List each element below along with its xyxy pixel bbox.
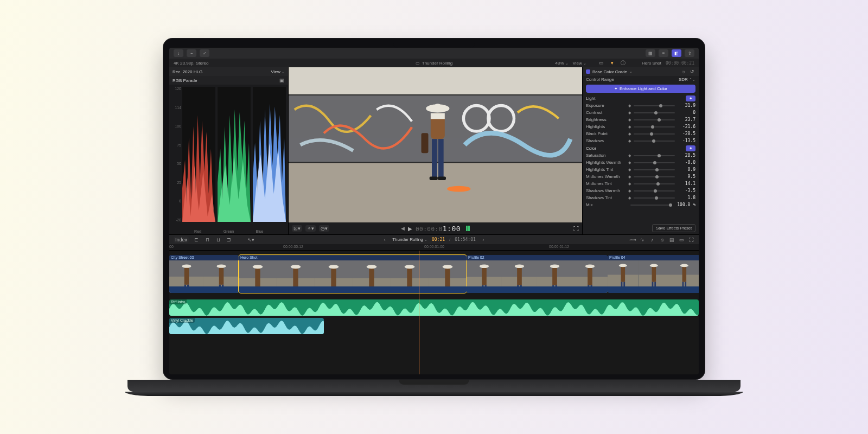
- param-slider[interactable]: [634, 183, 675, 184]
- keyframe-icon[interactable]: ◆: [628, 139, 631, 143]
- timeline-title[interactable]: Thunder Rolling ⌄: [392, 237, 427, 242]
- scopes-settings-icon[interactable]: ▣: [278, 78, 285, 84]
- effect-settings-icon[interactable]: ☼: [680, 69, 687, 75]
- audio-clip[interactable]: Riff Intro: [169, 299, 699, 316]
- keyframe-icon[interactable]: ◆: [628, 175, 631, 179]
- light-auto-icon[interactable]: ✦: [686, 95, 695, 101]
- keyword-icon[interactable]: ⌁: [187, 49, 196, 57]
- keyframe-icon[interactable]: ◆: [628, 168, 631, 172]
- control-range-dropdown[interactable]: SDR ⌃⌄: [679, 77, 695, 82]
- keyframe-icon[interactable]: ◆: [628, 118, 631, 122]
- effect-title[interactable]: Base Color Grade: [592, 69, 627, 74]
- param-shadows[interactable]: Shadows◆-13.5: [583, 137, 699, 144]
- param-slider[interactable]: [634, 141, 675, 142]
- keyframe-icon[interactable]: ◆: [628, 125, 631, 129]
- param-highlights-tint[interactable]: Highlights Tint◆8.9: [583, 166, 699, 173]
- param-slider[interactable]: [634, 155, 675, 156]
- param-saturation[interactable]: Saturation◆20.5: [583, 152, 699, 159]
- timeline-body[interactable]: City Street 03Hero ShotProfile 02Profile…: [169, 251, 699, 374]
- video-inspector-tab-icon[interactable]: ▭: [598, 60, 605, 66]
- view-dropdown[interactable]: View ⌄: [573, 61, 586, 66]
- param-slider[interactable]: [634, 126, 675, 127]
- param-slider[interactable]: [634, 105, 675, 106]
- param-slider[interactable]: [634, 162, 675, 163]
- param-midtones-tint[interactable]: Midtones Tint◆14.1: [583, 180, 699, 187]
- param-shadows-tint[interactable]: Shadows Tint◆1.8: [583, 194, 699, 201]
- scopes-view-dropdown[interactable]: View ⌄: [271, 69, 285, 74]
- video-clip[interactable]: Profile 04: [608, 255, 699, 293]
- arrow-tool-dropdown-icon[interactable]: ↖▾: [247, 237, 254, 242]
- keyframe-icon[interactable]: ◆: [628, 111, 631, 115]
- timeline-fullscreen-icon[interactable]: ⛶: [688, 237, 694, 242]
- param-slider[interactable]: [634, 112, 675, 113]
- info-inspector-tab-icon[interactable]: ⓘ: [620, 60, 627, 66]
- library-view-icon[interactable]: ▦: [646, 49, 655, 57]
- color-auto-icon[interactable]: ✦: [686, 145, 695, 151]
- skimming-icon[interactable]: ⟿: [629, 237, 636, 242]
- param-slider[interactable]: [634, 133, 675, 135]
- param-highlights-warmth[interactable]: Highlights Warmth◆-8.0: [583, 159, 699, 166]
- transform-dropdown-icon[interactable]: ⊡▾: [292, 225, 302, 232]
- param-exposure[interactable]: Exposure◆31.9: [583, 102, 699, 109]
- audio-clip[interactable]: Vinyl Crackle: [169, 318, 324, 334]
- mix-slider[interactable]: [630, 205, 671, 206]
- import-icon[interactable]: ↓: [174, 49, 183, 57]
- video-scopes-panel: Rec. 2020 HLG View ⌄ RGB Parade ▣ 120114…: [169, 67, 289, 234]
- keyframe-icon[interactable]: ◆: [628, 161, 631, 165]
- inspector-view-icon[interactable]: ◧: [672, 49, 681, 57]
- timeline-view-icon[interactable]: ≡: [659, 49, 668, 57]
- video-clip[interactable]: Profile 02: [467, 255, 608, 293]
- clip-appearance-icon[interactable]: ▭: [678, 237, 685, 242]
- snapping-icon[interactable]: ⎋: [659, 237, 665, 242]
- color-inspector-tab-icon[interactable]: ▾: [609, 60, 616, 66]
- timeline-ruler[interactable]: 0000:00:00:1200:00:01:0000:00:01:12: [169, 244, 699, 251]
- param-slider[interactable]: [634, 176, 675, 177]
- keyframe-icon[interactable]: ◆: [628, 154, 631, 158]
- play-back-icon[interactable]: ◀: [401, 226, 405, 231]
- lane-icon[interactable]: ▤: [668, 237, 675, 242]
- audio-track-1[interactable]: Riff Intro: [169, 299, 699, 316]
- keyframe-icon[interactable]: ◆: [628, 189, 631, 193]
- param-slider[interactable]: [634, 197, 675, 199]
- append-tool-icon[interactable]: ⊐: [226, 237, 232, 242]
- play-icon[interactable]: ▶: [408, 226, 412, 232]
- param-midtones-warmth[interactable]: Midtones Warmth◆9.5: [583, 173, 699, 180]
- param-slider[interactable]: [634, 190, 675, 192]
- video-clip[interactable]: City Street 03: [169, 255, 239, 293]
- enhance-dropdown-icon[interactable]: ✧▾: [305, 225, 316, 232]
- effect-reset-icon[interactable]: ↺: [689, 69, 695, 75]
- keyframe-icon[interactable]: ◆: [628, 132, 631, 136]
- retime-dropdown-icon[interactable]: ◷▾: [319, 225, 329, 232]
- audio-skimming-icon[interactable]: ∿: [639, 237, 646, 242]
- primary-video-track[interactable]: City Street 03Hero ShotProfile 02Profile…: [169, 255, 699, 297]
- trim-tool-icon[interactable]: ⊏: [193, 237, 200, 242]
- mix-row[interactable]: Mix 100.0 %: [583, 201, 699, 208]
- keyframe-icon[interactable]: ◆: [628, 196, 631, 200]
- insert-tool-icon[interactable]: ⊔: [215, 237, 221, 242]
- video-clip[interactable]: Hero Shot: [239, 255, 467, 293]
- param-highlights[interactable]: Highlights◆-21.6: [583, 123, 699, 130]
- enhance-light-color-button[interactable]: ✦ Enhance Light and Color: [586, 85, 695, 93]
- audio-track-2[interactable]: Vinyl Crackle: [169, 318, 699, 334]
- playhead[interactable]: [419, 251, 419, 374]
- param-brightness[interactable]: Brightness◆23.7: [583, 116, 699, 123]
- param-shadows-warmth[interactable]: Shadows Warmth◆-3.5: [583, 187, 699, 194]
- viewer-canvas[interactable]: [289, 67, 582, 222]
- fullscreen-icon[interactable]: ⛶: [573, 226, 579, 232]
- solo-icon[interactable]: ♪: [649, 237, 655, 242]
- timeline-next-icon[interactable]: ›: [480, 237, 487, 242]
- keyframe-icon[interactable]: ◆: [628, 182, 631, 186]
- timeline-index-button[interactable]: Index: [174, 237, 189, 243]
- param-slider[interactable]: [634, 169, 675, 170]
- keyframe-icon[interactable]: ◆: [628, 104, 631, 108]
- param-contrast[interactable]: Contrast◆0: [583, 109, 699, 116]
- param-black-point[interactable]: Black Point◆-28.5: [583, 130, 699, 137]
- connect-tool-icon[interactable]: ⊓: [204, 237, 210, 242]
- share-icon[interactable]: ⇪: [685, 49, 694, 57]
- background-tasks-icon[interactable]: ✓: [200, 49, 209, 57]
- effect-enable-checkbox[interactable]: [586, 69, 590, 74]
- zoom-dropdown[interactable]: 48% ⌄: [555, 61, 568, 66]
- param-slider[interactable]: [634, 119, 675, 120]
- save-effects-preset-button[interactable]: Save Effects Preset: [652, 224, 695, 232]
- timeline-prev-icon[interactable]: ‹: [381, 237, 388, 242]
